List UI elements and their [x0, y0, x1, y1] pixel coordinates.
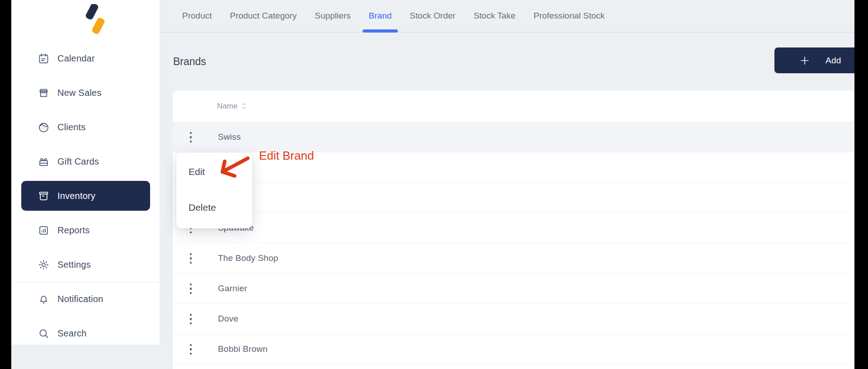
add-brand-button[interactable]: Add: [774, 47, 854, 73]
sidebar-item-label: Notification: [57, 294, 103, 304]
sidebar-item-label: Inventory: [57, 191, 95, 201]
sidebar-item-label: New Sales: [57, 88, 101, 98]
table-row[interactable]: Swiss: [173, 122, 854, 152]
sidebar-item-notification[interactable]: Notification: [11, 282, 160, 316]
sidebar-item-search[interactable]: Search: [11, 316, 160, 350]
sidebar-item-label: Gift Cards: [57, 156, 99, 167]
search-icon: [38, 327, 50, 340]
calendar-icon: [38, 52, 50, 65]
table-row[interactable]: Bobbi Brown: [173, 334, 854, 364]
sidebar-item-label: Reports: [57, 225, 90, 236]
lightning-bolt-logo: [84, 4, 106, 34]
brand-name: The Body Shop: [218, 253, 278, 263]
sidebar-item-label: Settings: [57, 260, 91, 270]
gift-icon: [38, 156, 50, 168]
sidebar-item-label: Calendar: [57, 53, 95, 64]
gear-icon: [38, 259, 50, 271]
bar-chart-icon: [38, 224, 50, 237]
column-header-name[interactable]: Name: [217, 102, 237, 111]
tab-stock-order[interactable]: Stock Order: [401, 0, 464, 32]
sidebar-item-calendar[interactable]: Calendar: [11, 41, 160, 76]
brand-name: Bobbi Brown: [218, 344, 268, 354]
sidebar-nav: Calendar New Sales Clients Gift Cards: [11, 41, 160, 350]
sidebar-item-inventory[interactable]: Inventory: [21, 181, 150, 211]
annotation-text: Edit Brand: [259, 149, 314, 163]
tab-product-category[interactable]: Product Category: [221, 0, 306, 32]
tab-professional-stock[interactable]: Professional Stock: [524, 0, 613, 32]
kebab-menu-icon[interactable]: [184, 334, 198, 364]
tab-brand[interactable]: Brand: [360, 0, 401, 32]
kebab-menu-icon[interactable]: [184, 243, 198, 274]
table-row[interactable]: The Body Shop: [173, 243, 854, 274]
sidebar-item-new-sales[interactable]: New Sales: [11, 76, 160, 110]
annotation-arrow-icon: [216, 153, 254, 182]
kebab-menu-icon[interactable]: [184, 304, 198, 334]
sidebar-item-label: Search: [57, 328, 87, 339]
tab-product[interactable]: Product: [173, 0, 221, 32]
brand-name: Dove: [218, 314, 238, 324]
sidebar-item-clients[interactable]: Clients: [11, 110, 160, 144]
app-window: Calendar New Sales Clients Gift Cards: [0, 0, 868, 369]
face-icon: [38, 121, 50, 133]
table-row[interactable]: [173, 183, 854, 213]
page-header: Brands: [160, 33, 854, 90]
storefront-icon: [38, 87, 50, 99]
right-letterbox: [854, 0, 868, 369]
plus-icon: [799, 55, 810, 66]
table-header-row: Name: [173, 90, 854, 122]
brand-name: Swiss: [218, 132, 241, 142]
table-row[interactable]: Garnier: [173, 274, 854, 304]
tab-suppliers[interactable]: Suppliers: [306, 0, 359, 32]
box-icon: [38, 190, 50, 202]
sidebar-item-label: Clients: [57, 122, 86, 132]
sidebar: Calendar New Sales Clients Gift Cards: [11, 0, 160, 345]
tab-stock-take[interactable]: Stock Take: [465, 0, 525, 32]
inventory-tabbar: Product Product Category Suppliers Brand…: [160, 0, 854, 33]
table-row[interactable]: Dove: [173, 304, 854, 334]
kebab-menu-icon[interactable]: [184, 274, 198, 304]
page-title: Brands: [173, 56, 206, 68]
left-letterbox: [0, 0, 11, 369]
sidebar-item-settings[interactable]: Settings: [11, 247, 160, 282]
sidebar-item-gift-cards[interactable]: Gift Cards: [11, 144, 160, 179]
table-row[interactable]: Spawake: [173, 213, 854, 243]
logo: [11, 0, 160, 41]
context-menu-delete[interactable]: Delete: [189, 202, 252, 213]
sidebar-item-reports[interactable]: Reports: [11, 213, 160, 247]
kebab-menu-icon[interactable]: [184, 122, 198, 152]
brands-table: Name Swiss Spawake: [173, 90, 854, 369]
brand-name: Garnier: [218, 284, 247, 293]
sort-icon[interactable]: [241, 102, 247, 110]
add-button-label: Add: [826, 56, 841, 66]
main-area: Product Product Category Suppliers Brand…: [160, 0, 854, 369]
bell-icon: [38, 293, 50, 305]
